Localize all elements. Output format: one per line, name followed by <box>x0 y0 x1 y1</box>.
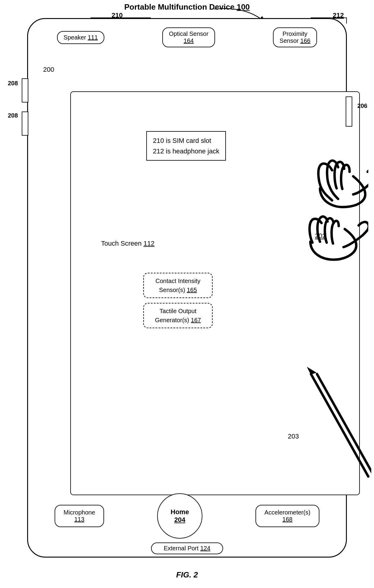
external-port-label: External Port <box>164 545 200 552</box>
microphone-name: Microphone <box>64 509 95 516</box>
label-208-bottom: 208 <box>8 112 18 119</box>
tactile-output-label: Tactile OutputGenerator(s) <box>155 308 196 323</box>
tactile-output-box: Tactile OutputGenerator(s) 167 <box>143 303 213 328</box>
note-line1: 210 is SIM card slot <box>153 135 219 146</box>
optical-sensor-label: Optical Sensor164 <box>162 27 215 47</box>
fig-caption: FIG. 2 <box>176 570 198 580</box>
top-components: Speaker 111 Optical Sensor164 ProximityS… <box>28 27 346 47</box>
svg-line-1 <box>311 374 368 476</box>
label-203: 203 <box>288 432 299 440</box>
side-tab-left-top <box>22 78 28 102</box>
touch-screen-label: Touch Screen 112 <box>101 240 154 247</box>
stylus-drawing <box>266 365 371 486</box>
label-202: 202 <box>315 232 326 240</box>
note-line2: 212 is headphone jack <box>153 146 219 156</box>
contact-intensity-box: Contact IntensitySensor(s) 165 <box>143 273 213 298</box>
hand-drawing <box>254 158 368 273</box>
touch-screen-ref: 112 <box>144 240 155 247</box>
label-206: 206 <box>357 102 367 109</box>
bottom-components: Microphone 113 Home 204 Accelerometer(s)… <box>28 493 346 539</box>
speaker-name: Speaker <box>64 34 86 41</box>
note-box: 210 is SIM card slot 212 is headphone ja… <box>146 131 226 161</box>
home-name: Home <box>171 508 189 516</box>
diagram-container: Portable Multifunction Device 100 210 21… <box>0 0 374 588</box>
speaker-ref: 111 <box>88 34 98 41</box>
home-button: Home 204 <box>157 493 202 539</box>
side-tab-left-bottom <box>22 112 28 136</box>
microphone-ref: 113 <box>74 516 84 523</box>
svg-line-2 <box>317 374 371 476</box>
accelerometer-label: Accelerometer(s) 168 <box>255 505 319 527</box>
external-port: External Port 124 <box>151 542 223 554</box>
proximity-ref: 166 <box>300 37 310 44</box>
microphone-label: Microphone 113 <box>55 505 104 527</box>
screen-area: 210 is SIM card slot 212 is headphone ja… <box>70 91 360 495</box>
label-200: 200 <box>43 66 54 74</box>
side-tab-right <box>346 96 352 127</box>
contact-intensity-ref: 165 <box>187 287 197 293</box>
accelerometer-name: Accelerometer(s) <box>265 509 310 516</box>
touch-screen-name: Touch Screen <box>101 240 144 247</box>
device-outer: Speaker 111 Optical Sensor164 ProximityS… <box>27 18 347 558</box>
optical-ref: 164 <box>184 37 194 44</box>
optical-name: Optical Sensor <box>169 30 208 37</box>
label-212: 212 <box>333 11 344 19</box>
accelerometer-ref: 168 <box>282 516 292 523</box>
speaker-label: Speaker 111 <box>57 31 104 44</box>
external-port-ref: 124 <box>200 545 210 552</box>
home-ref: 204 <box>174 516 185 524</box>
label-208-top: 208 <box>8 80 18 87</box>
proximity-sensor-label: ProximitySensor 166 <box>273 27 317 47</box>
tactile-output-ref: 167 <box>191 317 201 323</box>
